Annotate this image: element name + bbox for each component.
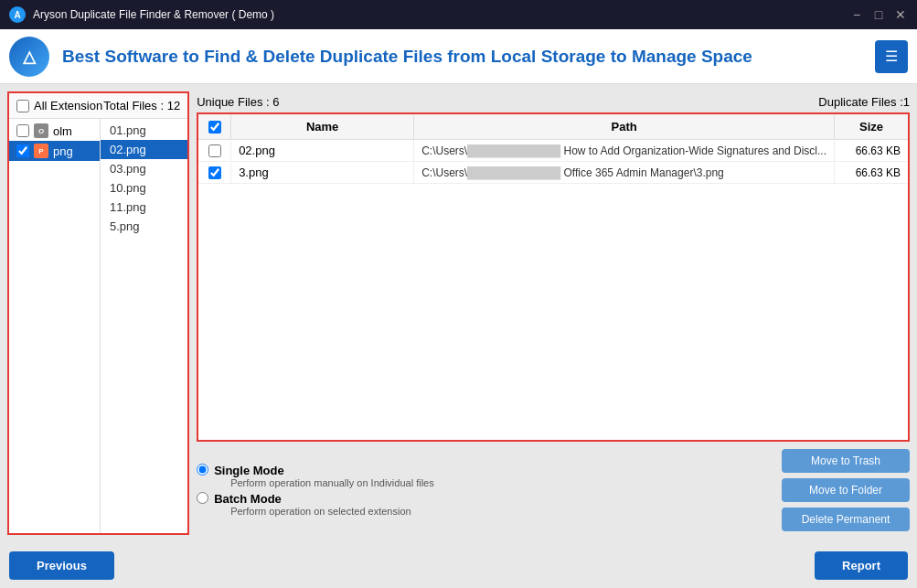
delete-permanent-button[interactable]: Delete Permanent xyxy=(782,508,910,531)
logo-text: △ xyxy=(23,47,36,67)
row-2-size: 66.63 KB xyxy=(835,163,908,183)
row-1-size: 66.63 KB xyxy=(835,141,908,161)
title-bar: A Aryson Duplicate File Finder & Remover… xyxy=(0,0,917,29)
single-mode-radio[interactable] xyxy=(197,464,208,476)
file-item[interactable]: 03.png xyxy=(101,159,187,178)
row-1-path: C:\Users\████████████ How to Add Organiz… xyxy=(414,141,835,161)
th-check xyxy=(198,114,231,139)
batch-mode-radio[interactable] xyxy=(197,492,208,504)
single-mode-row: Single Mode Perform operation manually o… xyxy=(197,464,434,488)
mode-section: Single Mode Perform operation manually o… xyxy=(197,464,434,517)
app-logo: △ xyxy=(9,37,49,77)
file-item[interactable]: 02.png xyxy=(101,140,187,159)
single-mode-label: Single Mode xyxy=(214,464,434,477)
close-button[interactable]: ✕ xyxy=(893,7,908,22)
batch-mode-row: Batch Mode Perform operation on selected… xyxy=(197,492,434,517)
th-size: Size xyxy=(835,114,908,139)
move-to-trash-button[interactable]: Move to Trash xyxy=(782,449,910,473)
row-1-checkbox[interactable] xyxy=(208,144,221,157)
table-header: Name Path Size xyxy=(198,114,908,140)
table-body: 02.png C:\Users\████████████ How to Add … xyxy=(198,140,908,440)
title-bar-logo: A xyxy=(9,6,26,23)
menu-icon: ☰ xyxy=(885,48,898,65)
bottom-bar: Previous Report xyxy=(0,542,917,588)
extension-list: O olm P png xyxy=(9,119,101,533)
header-banner: △ Best Software to Find & Delete Duplica… xyxy=(0,29,917,84)
app-title: Best Software to Find & Delete Duplicate… xyxy=(62,47,862,67)
all-extension-label[interactable]: All Extension xyxy=(16,99,102,112)
th-name: Name xyxy=(231,114,414,139)
right-panel-top-bar: Unique Files : 6 Duplicate Files :1 xyxy=(197,91,910,112)
table-row: 3.png C:\Users\████████████ Office 365 A… xyxy=(198,162,908,184)
menu-button[interactable]: ☰ xyxy=(875,40,908,73)
ext-png-checkbox[interactable] xyxy=(16,144,29,157)
file-item[interactable]: 10.png xyxy=(101,178,187,198)
files-list: 01.png 02.png 03.png 10.png 11.png 5.png xyxy=(101,119,187,533)
row-2-checkbox[interactable] xyxy=(208,166,221,179)
right-panel: Unique Files : 6 Duplicate Files :1 Name… xyxy=(197,91,910,535)
left-panel: All Extension Total Files : 12 O olm P p… xyxy=(7,91,189,535)
row-2-name: 3.png xyxy=(231,162,414,183)
batch-mode-description: Perform operation on selected extension xyxy=(230,506,411,517)
all-extension-checkbox[interactable] xyxy=(16,100,29,112)
ext-item-olm[interactable]: O olm xyxy=(9,121,100,141)
title-bar-text: Aryson Duplicate File Finder & Remover (… xyxy=(33,8,274,21)
total-files-label: Total Files : 12 xyxy=(103,99,180,112)
ext-png-label: png xyxy=(53,144,73,158)
maximize-button[interactable]: □ xyxy=(871,7,886,22)
ext-item-png[interactable]: P png xyxy=(9,141,100,161)
left-panel-body: O olm P png 01.png 02.png 03.png 10.png … xyxy=(9,119,187,533)
file-item[interactable]: 11.png xyxy=(101,198,187,217)
table-row: 02.png C:\Users\████████████ How to Add … xyxy=(198,140,908,162)
minimize-button[interactable]: − xyxy=(849,7,864,22)
row-2-path: C:\Users\████████████ Office 365 Admin M… xyxy=(414,163,835,183)
batch-mode-label: Batch Mode xyxy=(214,492,411,506)
row-1-name: 02.png xyxy=(231,140,414,161)
duplicate-files-label: Duplicate Files :1 xyxy=(818,95,910,109)
select-all-checkbox[interactable] xyxy=(208,121,221,134)
ext-olm-checkbox[interactable] xyxy=(16,124,29,137)
ext-olm-icon: O xyxy=(34,123,48,138)
report-button[interactable]: Report xyxy=(815,551,908,580)
single-mode-description: Perform operation manually on Individual… xyxy=(230,477,434,488)
file-item[interactable]: 01.png xyxy=(101,121,187,140)
row-checkbox-cell[interactable] xyxy=(198,163,231,183)
all-extension-text: All Extension xyxy=(34,99,102,112)
th-path: Path xyxy=(414,114,835,139)
ext-png-icon: P xyxy=(34,144,48,158)
move-to-folder-button[interactable]: Move to Folder xyxy=(782,478,910,502)
unique-files-label: Unique Files : 6 xyxy=(197,95,279,109)
action-buttons: Move to Trash Move to Folder Delete Perm… xyxy=(782,449,910,531)
right-table: Name Path Size 02.png C:\Users\█████████… xyxy=(197,112,910,442)
left-panel-header: All Extension Total Files : 12 xyxy=(9,93,187,119)
ext-olm-label: olm xyxy=(53,124,72,138)
previous-button[interactable]: Previous xyxy=(9,551,114,580)
row-checkbox-cell[interactable] xyxy=(198,141,231,161)
title-bar-controls: − □ ✕ xyxy=(849,7,908,22)
file-item[interactable]: 5.png xyxy=(101,217,187,236)
right-bottom-area: Single Mode Perform operation manually o… xyxy=(197,442,910,535)
